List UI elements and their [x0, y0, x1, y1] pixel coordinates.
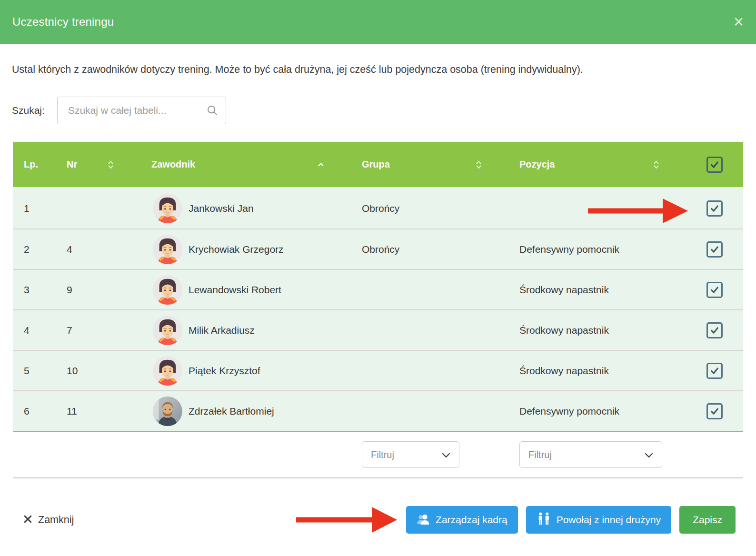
save-button[interactable]: Zapisz	[679, 506, 736, 534]
cell-player: Krychowiak Grzegorz	[140, 235, 351, 264]
save-label: Zapisz	[693, 514, 722, 526]
player-name: Zdrzałek Bartłomiej	[189, 406, 274, 417]
sort-icon	[108, 160, 114, 169]
column-header-pozycja-label: Pozycja	[519, 159, 555, 170]
cell-position: Środkowy napastnik	[508, 325, 686, 336]
cell-player: Zdrzałek Bartłomiej	[140, 397, 351, 426]
modal-description: Ustal których z zawodników dotyczy treni…	[12, 63, 743, 76]
player-name: Krychowiak Grzegorz	[189, 244, 284, 255]
column-header-lp: Lp.	[13, 159, 56, 170]
row-checkbox[interactable]	[706, 363, 723, 379]
column-header-nr[interactable]: Nr	[56, 159, 140, 170]
cell-position: Środkowy napastnik	[508, 365, 686, 377]
player-avatar-icon	[153, 356, 182, 386]
sort-icon	[653, 160, 659, 169]
call-up-label: Powołaj z innej drużyny	[557, 514, 661, 526]
cell-lp: 4	[13, 325, 56, 336]
cell-player: Piątek Krzysztof	[140, 356, 351, 386]
sort-icon	[476, 160, 482, 169]
participants-table: Lp. Nr Zawodnik Grupa	[13, 142, 743, 478]
select-all-checkbox[interactable]	[706, 157, 723, 173]
cell-nr: 4	[56, 244, 140, 255]
player-name: Jankowski Jan	[189, 203, 254, 214]
cell-lp: 3	[13, 284, 56, 296]
modal-footer: Zamknij Zarządzaj kadrą Powołaj z innej …	[13, 506, 743, 534]
position-filter-dropdown[interactable]: Filtruj	[519, 441, 662, 468]
table-row: 1 Jankowski Jan Obrońcy	[13, 188, 743, 228]
table-row: 3 9 Lewandowski Robert Środkowy napastni…	[13, 269, 743, 309]
chevron-down-icon	[442, 449, 450, 460]
table-row: 4 7 Milik Arkadiusz Środkowy napastnik	[13, 309, 743, 350]
player-name: Piątek Krzysztof	[189, 365, 260, 377]
player-avatar-icon	[153, 275, 182, 305]
table-row: 6 11 Zdrzałek Bartłomiej Defensywny pomo…	[13, 390, 743, 431]
search-input[interactable]	[57, 97, 226, 124]
cell-checkbox	[686, 363, 743, 379]
cell-player: Lewandowski Robert	[140, 275, 351, 305]
select-all-cell	[686, 157, 743, 173]
modal-header: Uczestnicy treningu ×	[0, 0, 756, 44]
column-header-grupa[interactable]: Grupa	[351, 159, 508, 170]
column-header-pozycja[interactable]: Pozycja	[508, 159, 686, 170]
search-icon	[206, 104, 219, 119]
row-checkbox[interactable]	[706, 282, 723, 298]
column-header-zawodnik[interactable]: Zawodnik	[140, 159, 351, 170]
search-field-wrapper	[57, 97, 226, 124]
player-photo-avatar	[153, 397, 182, 426]
manage-squad-button[interactable]: Zarządzaj kadrą	[406, 506, 518, 534]
close-label: Zamknij	[38, 514, 74, 526]
cell-position: Defensywny pomocnik	[508, 406, 686, 417]
group-filter-dropdown[interactable]: Filtruj	[362, 441, 459, 468]
cell-checkbox	[686, 200, 743, 217]
player-avatar-icon	[153, 194, 182, 223]
participants-modal: Uczestnicy treningu × Ustal których z za…	[0, 0, 756, 556]
table-header: Lp. Nr Zawodnik Grupa	[13, 142, 743, 188]
cell-checkbox	[686, 322, 743, 338]
close-x-icon	[24, 514, 32, 526]
table-row: 2 4 Krychowiak Grzegorz Obrońcy Defensyw…	[13, 228, 743, 269]
cell-nr: 9	[56, 284, 140, 296]
modal-title: Uczestnicy treningu	[12, 15, 114, 29]
sort-asc-icon	[318, 162, 324, 167]
row-checkbox[interactable]	[706, 403, 723, 419]
search-row: Szukaj:	[12, 97, 756, 124]
player-avatar-icon	[153, 235, 182, 264]
column-header-nr-label: Nr	[67, 159, 77, 170]
cell-group: Obrońcy	[351, 244, 508, 255]
cell-position: Defensywny pomocnik	[508, 244, 686, 255]
cell-nr: 10	[56, 365, 140, 377]
two-people-icon	[537, 512, 551, 528]
search-label: Szukaj:	[12, 105, 45, 116]
footer-buttons: Zarządzaj kadrą Powołaj z innej drużyny …	[406, 506, 736, 534]
cell-position: Środkowy napastnik	[508, 284, 686, 296]
manage-squad-label: Zarządzaj kadrą	[436, 514, 507, 526]
cell-checkbox	[686, 282, 743, 298]
row-checkbox[interactable]	[706, 241, 723, 258]
chevron-down-icon	[645, 449, 653, 460]
row-checkbox[interactable]	[706, 200, 723, 217]
cell-group: Obrońcy	[351, 203, 508, 214]
cell-player: Jankowski Jan	[140, 194, 351, 223]
column-header-zawodnik-label: Zawodnik	[151, 159, 195, 170]
column-header-grupa-label: Grupa	[362, 159, 390, 170]
group-filter-label: Filtruj	[371, 449, 394, 460]
cell-checkbox	[686, 241, 743, 258]
close-icon[interactable]: ×	[734, 13, 744, 30]
call-up-button[interactable]: Powołaj z innej drużyny	[526, 506, 671, 534]
cell-lp: 2	[13, 244, 56, 255]
users-icon	[417, 513, 430, 527]
table-filter-row: Filtruj Filtruj	[13, 431, 743, 478]
close-modal-link[interactable]: Zamknij	[24, 514, 74, 526]
player-avatar-icon	[153, 316, 182, 345]
cell-nr: 7	[56, 325, 140, 336]
cell-player: Milik Arkadiusz	[140, 316, 351, 345]
cell-checkbox	[686, 403, 743, 419]
row-checkbox[interactable]	[706, 322, 723, 338]
position-filter-label: Filtruj	[528, 449, 552, 460]
table-row: 5 10 Piątek Krzysztof Środkowy napastnik	[13, 350, 743, 390]
cell-nr: 11	[56, 406, 140, 417]
cell-lp: 1	[13, 203, 56, 214]
cell-lp: 5	[13, 365, 56, 377]
player-name: Lewandowski Robert	[189, 284, 281, 296]
player-name: Milik Arkadiusz	[189, 325, 255, 336]
